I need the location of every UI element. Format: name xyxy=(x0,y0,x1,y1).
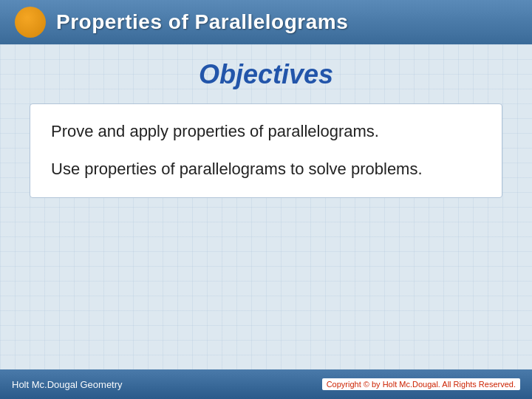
header-icon xyxy=(15,7,46,38)
footer-bar: Holt Mc.Dougal Geometry Copyright © by H… xyxy=(0,369,532,399)
objectives-box: Prove and apply properties of parallelog… xyxy=(30,103,502,198)
footer-publisher: Holt Mc.Dougal Geometry xyxy=(12,379,123,390)
objective-item-1: Prove and apply properties of parallelog… xyxy=(51,120,481,143)
objective-item-2: Use properties of parallelograms to solv… xyxy=(51,158,481,181)
slide: Properties of Parallelograms Objectives … xyxy=(0,0,532,399)
header-bar: Properties of Parallelograms xyxy=(0,0,532,44)
main-content: Objectives Prove and apply properties of… xyxy=(0,44,532,369)
footer-copyright: Copyright © by Holt Mc.Dougal. All Right… xyxy=(322,378,520,390)
objectives-heading: Objectives xyxy=(199,59,333,90)
slide-title: Properties of Parallelograms xyxy=(56,10,348,34)
